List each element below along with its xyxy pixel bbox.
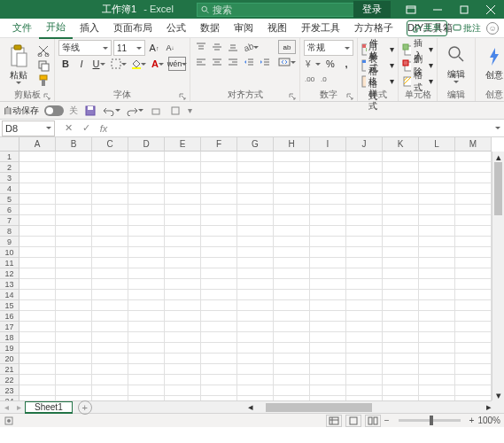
cell[interactable] <box>310 215 346 226</box>
cell[interactable] <box>310 247 346 258</box>
cell[interactable] <box>201 205 237 215</box>
column-header[interactable]: E <box>165 137 201 152</box>
column-header[interactable]: H <box>274 137 310 152</box>
paste-button[interactable]: 粘贴 <box>4 40 34 88</box>
cell[interactable] <box>128 162 165 173</box>
cell[interactable] <box>310 183 346 194</box>
cell[interactable] <box>165 162 201 173</box>
cell[interactable] <box>201 385 237 396</box>
add-sheet-button[interactable]: + <box>78 400 92 415</box>
cell[interactable] <box>383 343 419 354</box>
undo-button[interactable] <box>103 104 120 118</box>
cell[interactable] <box>455 226 492 237</box>
row-header[interactable]: 17 <box>0 322 19 332</box>
cell[interactable] <box>128 215 165 226</box>
cell[interactable] <box>165 215 201 226</box>
cell[interactable] <box>383 205 419 215</box>
scroll-up-arrow[interactable]: ▴ <box>492 152 504 162</box>
cell[interactable] <box>92 247 128 258</box>
feedback-button[interactable]: ☺ <box>486 22 499 35</box>
cell[interactable] <box>19 300 56 311</box>
cell[interactable] <box>19 322 56 332</box>
row-header[interactable]: 12 <box>0 268 19 279</box>
cell[interactable] <box>19 205 56 215</box>
border-button[interactable] <box>110 57 128 71</box>
cell[interactable] <box>165 173 201 183</box>
cell[interactable] <box>274 332 310 343</box>
zoom-slider[interactable] <box>399 419 461 422</box>
page-break-view-button[interactable] <box>365 415 381 427</box>
cell[interactable] <box>346 162 383 173</box>
tab-file[interactable]: 文件 <box>5 18 39 38</box>
cell[interactable] <box>237 279 274 290</box>
row-header[interactable]: 19 <box>0 343 19 354</box>
merge-button[interactable] <box>278 55 296 69</box>
cell[interactable] <box>346 364 383 375</box>
cell[interactable] <box>56 205 92 215</box>
cancel-formula-button[interactable]: ✕ <box>60 120 76 136</box>
tab-formula[interactable]: 公式 <box>159 18 193 38</box>
cell[interactable] <box>165 247 201 258</box>
vertical-scrollbar[interactable]: ▴ ▾ <box>492 152 504 400</box>
cell[interactable] <box>19 332 56 343</box>
cell[interactable] <box>383 152 419 162</box>
page-layout-view-button[interactable] <box>345 415 361 427</box>
zoom-level[interactable]: 100% <box>477 416 500 425</box>
cell[interactable] <box>419 290 455 300</box>
cell[interactable] <box>128 237 165 247</box>
cell[interactable] <box>128 343 165 354</box>
dialog-launcher-icon[interactable] <box>43 93 50 100</box>
cell[interactable] <box>455 311 492 322</box>
cell[interactable] <box>92 205 128 215</box>
cell[interactable] <box>346 332 383 343</box>
cell[interactable] <box>165 258 201 268</box>
cell[interactable] <box>165 268 201 279</box>
cell[interactable] <box>201 247 237 258</box>
dialog-launcher-icon[interactable] <box>179 93 186 100</box>
cell[interactable] <box>419 162 455 173</box>
record-macro-button[interactable] <box>4 416 14 426</box>
cell[interactable] <box>419 364 455 375</box>
cell[interactable] <box>19 173 56 183</box>
cell[interactable] <box>455 343 492 354</box>
decrease-font-button[interactable]: A↓ <box>163 41 177 55</box>
cell[interactable] <box>237 343 274 354</box>
row-header[interactable]: 5 <box>0 194 19 205</box>
cell[interactable] <box>346 279 383 290</box>
cell[interactable] <box>128 279 165 290</box>
tab-view[interactable]: 视图 <box>260 18 294 38</box>
cell[interactable] <box>237 322 274 332</box>
format-cells-button[interactable]: 格式▾ <box>402 74 433 89</box>
cell[interactable] <box>419 205 455 215</box>
cell[interactable] <box>346 205 383 215</box>
cell[interactable] <box>346 237 383 247</box>
cell[interactable] <box>346 268 383 279</box>
cell[interactable] <box>237 290 274 300</box>
cell[interactable] <box>237 173 274 183</box>
cell[interactable] <box>310 237 346 247</box>
tab-home[interactable]: 开始 <box>39 17 73 39</box>
close-button[interactable] <box>477 0 504 19</box>
cell[interactable] <box>455 205 492 215</box>
cell[interactable] <box>346 322 383 332</box>
share-button[interactable]: 共享 <box>407 20 447 36</box>
tab-square[interactable]: 方方格子 <box>347 18 400 38</box>
cell[interactable] <box>237 183 274 194</box>
cell[interactable] <box>310 300 346 311</box>
cell[interactable] <box>201 152 237 162</box>
row-header[interactable]: 23 <box>0 385 19 396</box>
column-header[interactable]: J <box>346 137 383 152</box>
cell[interactable] <box>455 183 492 194</box>
cell[interactable] <box>383 268 419 279</box>
cell[interactable] <box>383 290 419 300</box>
cell[interactable] <box>237 215 274 226</box>
name-box[interactable]: D8 <box>2 120 55 136</box>
tab-dev[interactable]: 开发工具 <box>294 18 347 38</box>
cell[interactable] <box>310 354 346 364</box>
cell[interactable] <box>455 364 492 375</box>
cell[interactable] <box>165 279 201 290</box>
cell[interactable] <box>383 215 419 226</box>
zoom-in-button[interactable]: + <box>469 416 475 425</box>
cell[interactable] <box>274 226 310 237</box>
cell[interactable] <box>201 290 237 300</box>
